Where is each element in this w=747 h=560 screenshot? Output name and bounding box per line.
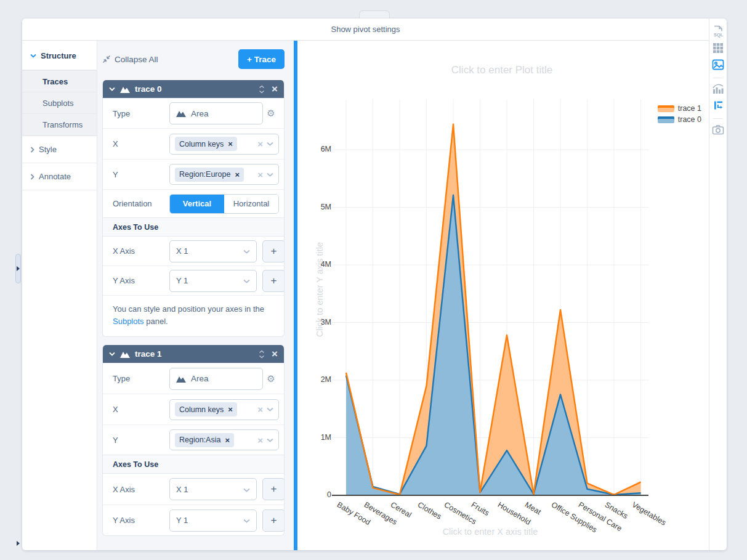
gear-icon[interactable]: ⚙ — [263, 108, 279, 119]
selected-chip: Column keys× — [175, 137, 237, 151]
sidebar-item-style[interactable]: Style — [22, 136, 97, 163]
reorder-icon[interactable] — [258, 350, 265, 359]
axes-to-use-header: Axes To Use — [103, 217, 284, 237]
close-icon[interactable]: × — [272, 349, 278, 359]
y-tick-label: 3M — [307, 318, 331, 327]
subplots-link[interactable]: Subplots — [113, 317, 144, 326]
y-tick-label: 2M — [307, 375, 331, 384]
left-panel-expand-handle[interactable] — [15, 254, 21, 283]
trace-type-select[interactable]: Area — [169, 102, 263, 124]
chip-remove-icon[interactable]: × — [235, 170, 240, 179]
structure-subitems: Traces Subplots Transforms — [22, 70, 97, 136]
sidebar-item-traces[interactable]: Traces — [22, 71, 97, 92]
y-axis-select[interactable]: Y 1 — [169, 270, 257, 292]
chevron-down-icon — [243, 488, 250, 492]
y-tick-label: 4M — [307, 260, 331, 269]
y-axis-title-placeholder[interactable]: Click to enter Y axis title — [315, 197, 325, 382]
y-tick-label: 6M — [307, 145, 331, 153]
x-data-select[interactable]: Column keys× × — [169, 399, 279, 420]
area-chart-icon — [120, 86, 130, 93]
chevron-down-icon[interactable] — [267, 407, 273, 412]
y-axis-row: Y Axis Y 1 + — [103, 505, 284, 535]
sql-file-icon[interactable]: SQL — [711, 25, 725, 38]
x-axis-select[interactable]: X 1 — [169, 240, 257, 262]
orientation-row: Orientation Vertical Horizontal — [103, 189, 284, 217]
y-tick-label: 5M — [307, 203, 331, 211]
chevron-right-icon — [30, 147, 34, 153]
toolbar-divider — [713, 78, 723, 78]
trace-type-select[interactable]: Area — [169, 368, 263, 390]
orientation-vertical-button[interactable]: Vertical — [170, 195, 224, 213]
area-plot — [297, 41, 709, 550]
axes-to-use-header: Axes To Use — [103, 455, 284, 474]
data-grid-icon[interactable] — [711, 41, 725, 55]
sidebar-item-annotate[interactable]: Annotate — [22, 163, 97, 190]
sidebar: Structure Traces Subplots Transforms Sty… — [22, 41, 97, 550]
plot-title-placeholder[interactable]: Click to enter Plot title — [379, 64, 625, 76]
x-axis-row: X Axis X 1 + — [103, 474, 284, 505]
type-row: Type Area ⚙ — [103, 363, 284, 394]
reorder-icon[interactable] — [258, 85, 265, 94]
y-row: Y Region:Asia× × — [103, 424, 284, 455]
trace-config-panel: Collapse All + Trace trace 0 × Type — [97, 41, 294, 550]
x-axis-select[interactable]: X 1 — [169, 478, 257, 500]
close-icon[interactable]: × — [272, 84, 278, 94]
x-data-select[interactable]: Column keys× × — [169, 134, 279, 155]
add-x-axis-button[interactable]: + — [262, 478, 285, 500]
trace-1-card: trace 1 × Type Area ⚙ X — [102, 345, 285, 536]
clear-icon[interactable]: × — [257, 435, 263, 445]
x-axis-title-placeholder[interactable]: Click to enter X axis title — [367, 527, 613, 537]
collapse-all-button[interactable]: Collapse All — [102, 55, 158, 64]
y-axis-select[interactable]: Y 1 — [169, 509, 257, 532]
sidebar-item-subplots[interactable]: Subplots — [22, 92, 97, 114]
chevron-down-icon[interactable] — [267, 438, 273, 442]
y-axis-row: Y Axis Y 1 + — [103, 266, 284, 295]
orientation-toggle: Vertical Horizontal — [169, 194, 279, 214]
add-y-axis-button[interactable]: + — [262, 509, 285, 532]
x-row: X Column keys× × — [103, 394, 284, 424]
clear-icon[interactable]: × — [257, 404, 263, 415]
chevron-down-icon[interactable] — [267, 142, 273, 146]
chip-remove-icon[interactable]: × — [225, 436, 230, 445]
chart-canvas[interactable]: Click to enter Plot title Click to enter… — [297, 41, 709, 550]
trace-1-header[interactable]: trace 1 × — [103, 345, 284, 363]
chevron-down-icon — [243, 519, 250, 523]
area-fill-trace-1 — [346, 124, 641, 495]
chevron-down-icon[interactable] — [267, 172, 273, 177]
selected-chip: Region:Asia× — [175, 433, 234, 447]
add-trace-button[interactable]: + Trace — [238, 49, 285, 69]
chevron-right-icon — [17, 266, 20, 271]
bottom-left-expand-icon[interactable] — [17, 541, 20, 546]
toolbar-divider — [713, 118, 723, 119]
collapse-icon — [102, 55, 111, 63]
sidebar-item-transforms[interactable]: Transforms — [22, 114, 97, 136]
chart-stats-icon[interactable] — [711, 82, 725, 95]
add-y-axis-button[interactable]: + — [262, 270, 285, 292]
camera-icon[interactable] — [711, 123, 725, 136]
right-toolbar: SQL — [709, 18, 727, 550]
chevron-down-icon — [243, 279, 250, 283]
add-x-axis-button[interactable]: + — [262, 240, 285, 262]
gear-icon[interactable]: ⚙ — [263, 373, 279, 384]
chip-remove-icon[interactable]: × — [228, 405, 233, 414]
pivot-icon[interactable] — [711, 99, 725, 112]
y-data-select[interactable]: Region:Asia× × — [169, 429, 279, 450]
legend-label: trace 1 — [678, 104, 701, 113]
x-row: X Column keys× × — [103, 128, 284, 159]
clear-icon[interactable]: × — [257, 169, 263, 180]
y-data-select[interactable]: Region:Europe× × — [169, 164, 279, 185]
trace-0-header[interactable]: trace 0 × — [103, 80, 284, 98]
chip-remove-icon[interactable]: × — [228, 139, 233, 148]
sidebar-item-structure[interactable]: Structure — [22, 42, 97, 70]
trace-0-card: trace 0 × Type Area ⚙ X — [102, 80, 285, 337]
y-tick-label: 1M — [307, 433, 331, 442]
clear-icon[interactable]: × — [257, 139, 263, 149]
orientation-horizontal-button[interactable]: Horizontal — [224, 195, 278, 213]
show-pivot-settings-button[interactable]: Show pivot settings — [331, 25, 400, 34]
area-chart-icon — [120, 351, 130, 358]
chart-image-icon[interactable] — [711, 58, 725, 71]
chevron-down-icon — [30, 54, 36, 58]
legend-item[interactable]: trace 0 — [658, 115, 701, 124]
drawer-tab[interactable] — [359, 10, 390, 19]
legend-item[interactable]: trace 1 — [658, 104, 701, 113]
